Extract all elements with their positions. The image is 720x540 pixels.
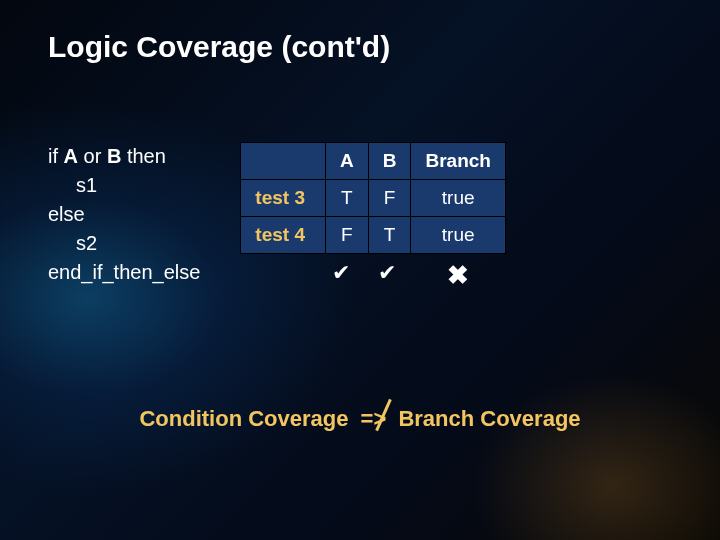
cell-A: T xyxy=(326,180,369,217)
code-line-5: end_if_then_else xyxy=(48,261,200,283)
cell-Branch: true xyxy=(411,217,505,254)
slide: Logic Coverage (cont'd) if A or B then s… xyxy=(0,0,720,540)
not-implies-icon: => xyxy=(355,406,393,432)
table-header-row: A B Branch xyxy=(241,143,506,180)
row-label: test 4 xyxy=(241,217,326,254)
truth-table-wrap: A B Branch test 3 T F true test 4 F T tr… xyxy=(240,142,506,291)
code-line-1: if A or B then xyxy=(48,145,166,167)
check-icon: ✔ xyxy=(364,260,410,291)
table-row: test 4 F T true xyxy=(241,217,506,254)
code-line-3: else xyxy=(48,203,85,225)
conclusion-right: Branch Coverage xyxy=(392,406,580,431)
conclusion-line: Condition Coverage => Branch Coverage xyxy=(0,406,720,432)
cell-B: T xyxy=(368,217,411,254)
row-label: test 3 xyxy=(241,180,326,217)
slide-title: Logic Coverage (cont'd) xyxy=(48,30,672,64)
header-B: B xyxy=(368,143,411,180)
table-row: test 3 T F true xyxy=(241,180,506,217)
cell-B: F xyxy=(368,180,411,217)
conclusion-left: Condition Coverage xyxy=(139,406,354,431)
header-blank xyxy=(241,143,326,180)
code-line-4: s2 xyxy=(48,232,97,254)
code-line-2: s1 xyxy=(48,174,97,196)
truth-table: A B Branch test 3 T F true test 4 F T tr… xyxy=(240,142,506,254)
marks-row: ✔ ✔ ✖ xyxy=(240,260,506,291)
cross-icon: ✖ xyxy=(410,260,506,291)
cell-Branch: true xyxy=(411,180,505,217)
content-row: if A or B then s1 else s2 end_if_then_el… xyxy=(48,142,672,291)
header-A: A xyxy=(326,143,369,180)
check-icon: ✔ xyxy=(318,260,364,291)
code-block: if A or B then s1 else s2 end_if_then_el… xyxy=(48,142,200,287)
header-Branch: Branch xyxy=(411,143,505,180)
cell-A: F xyxy=(326,217,369,254)
